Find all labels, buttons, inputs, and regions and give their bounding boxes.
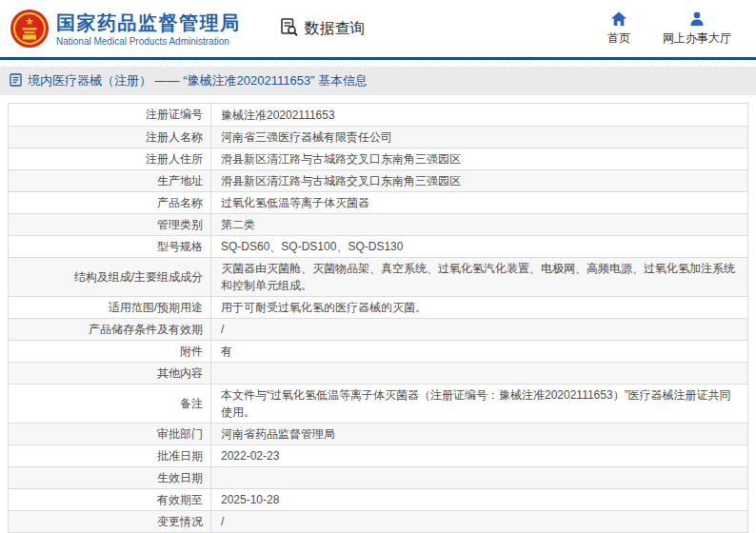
row-label-cell: 注册人名称 — [9, 127, 211, 148]
nav-home-label: 首页 — [607, 30, 630, 47]
row-value: 2025-10-28 — [211, 489, 747, 510]
striped-gap — [0, 60, 756, 67]
row-label: 注册证编号 — [146, 107, 203, 123]
row-label: 变更情况 — [157, 514, 203, 530]
table-row: 结构及组成/主要组成成分 灭菌器由灭菌舱、灭菌物品架、真空系统、过氧化氢汽化装置… — [9, 257, 747, 296]
row-label-cell: 备注 — [9, 385, 211, 423]
row-label: 其他内容 — [157, 365, 203, 382]
nav-online-service-hall[interactable]: 网上办事大厅 — [663, 11, 731, 47]
row-label: 适用范围/预期用途 — [109, 300, 203, 316]
row-value: 本文件与“过氧化氢低温等离子体灭菌器（注册证编号：豫械注准20202111653… — [211, 385, 747, 423]
table-row: 批准日期 2022-02-23 — [9, 444, 747, 466]
row-label-cell: 生产地址 — [9, 170, 211, 191]
row-label: 批准日期 — [157, 448, 203, 464]
row-label: 管理类别 — [157, 217, 203, 233]
row-label: 审批部门 — [157, 426, 203, 443]
info-table: 注册证编号 豫械注准20202111653 注册人名称 河南省三强医疗器械有限责… — [8, 103, 748, 533]
row-label-cell: 审批部门 — [9, 424, 211, 444]
row-label: 备注 — [180, 396, 203, 412]
table-row: 生产地址 滑县新区清江路与古城路交叉口东南角三强园区 — [9, 169, 747, 191]
table-row: 审批部门 河南省药品监督管理局 — [9, 423, 747, 444]
document-icon — [10, 73, 22, 89]
row-value — [211, 467, 747, 488]
row-label: 结构及组成/主要组成成分 — [74, 269, 203, 286]
table-row: 产品名称 过氧化氢低温等离子体灭菌器 — [9, 191, 747, 213]
table-row: 适用范围/预期用途 用于可耐受过氧化氢的医疗器械的灭菌。 — [9, 296, 747, 318]
row-label-cell: 适用范围/预期用途 — [9, 297, 211, 318]
site-logo-brand[interactable]: ★ 国家药品监督管理局 National Medical Products Ad… — [10, 9, 241, 49]
row-label-cell: 注册人住所 — [9, 148, 211, 169]
row-value: 过氧化氢低温等离子体灭菌器 — [211, 192, 747, 213]
row-label-cell: 产品名称 — [9, 192, 211, 213]
row-value: 用于可耐受过氧化氢的医疗器械的灭菌。 — [211, 297, 747, 318]
data-query-tab[interactable]: 数据查询 — [279, 17, 366, 41]
row-label-cell: 产品储存条件及有效期 — [9, 319, 211, 340]
row-value — [211, 363, 747, 384]
row-label: 注册人名称 — [146, 129, 203, 146]
row-label-cell: 附件 — [9, 341, 211, 362]
brand-text: 国家药品监督管理局 National Medical Products Admi… — [56, 11, 241, 47]
row-label: 型号规格 — [157, 239, 203, 255]
row-label-cell: 注册证编号 — [9, 104, 211, 126]
site-title: 国家药品监督管理局 — [56, 11, 241, 35]
table-row: 其他内容 — [9, 362, 747, 384]
nav-home[interactable]: 首页 — [607, 11, 630, 47]
row-label-cell: 变更情况 — [9, 511, 211, 532]
table-row: 注册人名称 河南省三强医疗器械有限责任公司 — [9, 126, 747, 148]
home-icon — [610, 11, 627, 27]
row-value: / — [211, 319, 747, 340]
table-row: 产品储存条件及有效期 / — [9, 318, 747, 340]
row-value: 有 — [211, 341, 747, 362]
header-nav: 首页 网上办事大厅 — [607, 11, 731, 47]
row-label: 产品名称 — [157, 195, 203, 211]
row-label-cell: 型号规格 — [9, 236, 211, 257]
site-subtitle: National Medical Products Administration — [56, 36, 241, 47]
row-value: 河南省三强医疗器械有限责任公司 — [211, 127, 747, 148]
row-label: 生效日期 — [157, 470, 203, 486]
table-row: 生效日期 — [9, 466, 747, 488]
document-search-icon — [279, 17, 299, 41]
row-label-cell: 管理类别 — [9, 214, 211, 235]
row-label-cell: 结构及组成/主要组成成分 — [9, 258, 211, 296]
svg-text:★: ★ — [25, 15, 34, 27]
table-row: 管理类别 第二类 — [9, 213, 747, 235]
table-row: 注册证编号 豫械注准20202111653 — [9, 104, 747, 126]
row-label: 有效期至 — [157, 492, 203, 508]
national-emblem-icon: ★ — [10, 9, 50, 49]
row-value: 2022-02-23 — [211, 445, 747, 466]
row-value: 第二类 — [211, 214, 747, 235]
row-value: / — [211, 511, 747, 532]
row-label: 注册人住所 — [146, 151, 203, 168]
table-row: 备注 本文件与“过氧化氢低温等离子体灭菌器（注册证编号：豫械注准20202111… — [9, 384, 747, 423]
row-value: SQ-DS60、SQ-DS100、SQ-DS130 — [211, 236, 747, 257]
row-label: 产品储存条件及有效期 — [89, 322, 203, 338]
table-row: 注册人住所 滑县新区清江路与古城路交叉口东南角三强园区 — [9, 148, 747, 169]
site-header: ★ 国家药品监督管理局 National Medical Products Ad… — [0, 0, 756, 57]
page: ★ 国家药品监督管理局 National Medical Products Ad… — [0, 0, 756, 533]
table-row: 变更情况 / — [9, 510, 747, 532]
table-row: 附件 有 — [9, 340, 747, 362]
nav-online-service-hall-label: 网上办事大厅 — [663, 30, 731, 47]
row-value: 河南省药品监督管理局 — [211, 424, 747, 444]
person-icon — [688, 11, 706, 27]
row-value: 滑县新区清江路与古城路交叉口东南角三强园区 — [211, 170, 747, 191]
row-value: 豫械注准20202111653 — [211, 104, 747, 126]
row-value: 滑县新区清江路与古城路交叉口东南角三强园区 — [211, 148, 747, 169]
data-query-label: 数据查询 — [305, 19, 366, 39]
row-label-cell: 批准日期 — [9, 445, 211, 466]
breadcrumb-text: 境内医疗器械（注册） —— “豫械注准20202111653” 基本信息 — [28, 72, 368, 89]
row-label-cell: 其他内容 — [9, 363, 211, 384]
table-row: 型号规格 SQ-DS60、SQ-DS100、SQ-DS130 — [9, 235, 747, 257]
info-table-body: 注册证编号 豫械注准20202111653 注册人名称 河南省三强医疗器械有限责… — [9, 104, 747, 533]
row-label-cell: 生效日期 — [9, 467, 211, 488]
row-value: 灭菌器由灭菌舱、灭菌物品架、真空系统、过氧化氢汽化装置、电极网、高频电源、过氧化… — [211, 258, 747, 296]
row-label: 生产地址 — [157, 173, 203, 189]
row-label-cell: 有效期至 — [9, 489, 211, 510]
table-row: 有效期至 2025-10-28 — [9, 488, 747, 510]
row-label: 附件 — [180, 344, 203, 360]
breadcrumb: 境内医疗器械（注册） —— “豫械注准20202111653” 基本信息 — [0, 67, 756, 95]
